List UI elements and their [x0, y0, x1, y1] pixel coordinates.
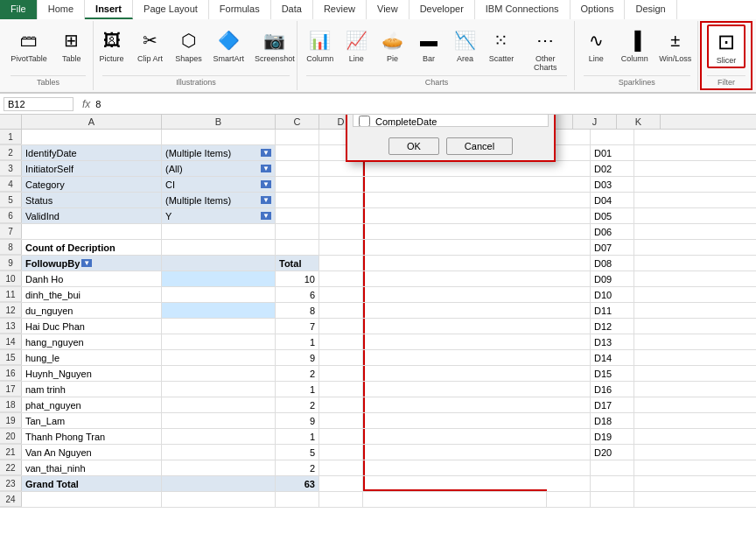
tab-options[interactable]: Options — [570, 0, 626, 19]
cell-e19[interactable] — [363, 413, 547, 428]
cell-a20[interactable]: Thanh Phong Tran — [22, 429, 162, 444]
tab-data[interactable]: Data — [271, 0, 313, 19]
cell-a17[interactable]: nam trinh — [22, 382, 162, 397]
cell-j2[interactable]: D01 — [591, 145, 634, 160]
cell-b22[interactable] — [162, 460, 276, 475]
tab-design[interactable]: Design — [625, 0, 676, 19]
cell-b15[interactable] — [162, 350, 276, 365]
tab-developer[interactable]: Developer — [410, 0, 475, 19]
cell-i9[interactable] — [547, 256, 591, 270]
cell-e11[interactable] — [363, 287, 547, 302]
cell-j11[interactable]: D10 — [591, 287, 634, 302]
cell-d19[interactable] — [319, 413, 363, 428]
cell-d11[interactable] — [319, 287, 363, 302]
cell-a2[interactable]: IdentifyDate — [22, 145, 162, 160]
cell-c20[interactable]: 1 — [276, 429, 319, 444]
cell-i18[interactable] — [547, 397, 591, 412]
cell-c3[interactable] — [276, 161, 319, 176]
cell-e13[interactable] — [363, 319, 547, 334]
cell-a6[interactable]: ValidInd — [22, 208, 162, 223]
cell-j7[interactable]: D06 — [591, 224, 634, 239]
cell-c17[interactable]: 1 — [276, 382, 319, 397]
cell-e6[interactable] — [363, 208, 547, 223]
tab-insert[interactable]: Insert — [85, 0, 133, 19]
cell-a22[interactable]: van_thai_ninh — [22, 460, 162, 475]
cell-i10[interactable] — [547, 271, 591, 286]
cell-b8[interactable] — [162, 240, 276, 255]
cell-e4[interactable] — [363, 177, 547, 192]
cell-d3[interactable] — [319, 161, 363, 176]
cell-i16[interactable] — [547, 366, 591, 381]
cell-b6[interactable]: Y▼ — [162, 208, 276, 223]
cell-e16[interactable] — [363, 366, 547, 381]
cell-d12[interactable] — [319, 303, 363, 318]
cell-i4[interactable] — [547, 177, 591, 192]
cell-c9[interactable]: Total — [276, 256, 319, 270]
tab-ibm[interactable]: IBM Connections — [475, 0, 570, 19]
cell-d17[interactable] — [319, 382, 363, 397]
tab-home[interactable]: Home — [38, 0, 85, 19]
cell-a21[interactable]: Van An Nguyen — [22, 445, 162, 460]
name-box[interactable]: B12 — [4, 97, 74, 111]
cell-j9[interactable]: D08 — [591, 256, 634, 270]
shapes-button[interactable]: ⬡ Shapes — [172, 25, 206, 65]
cell-c1[interactable] — [276, 130, 319, 144]
cell-j21[interactable]: D20 — [591, 445, 634, 460]
cell-i19[interactable] — [547, 413, 591, 428]
tab-file[interactable]: File — [0, 0, 38, 19]
cell-b1[interactable] — [162, 130, 276, 144]
cell-a13[interactable]: Hai Duc Phan — [22, 319, 162, 334]
slicer-item[interactable]: CompleteDate — [354, 115, 548, 127]
col-k-header[interactable]: K — [617, 115, 661, 129]
cell-b13[interactable] — [162, 319, 276, 334]
cell-c11[interactable]: 6 — [276, 287, 319, 302]
screenshot-button[interactable]: 📷 Screenshot — [251, 25, 298, 65]
cell-j1[interactable] — [591, 130, 634, 144]
cell-c2[interactable] — [276, 145, 319, 160]
cell-a19[interactable]: Tan_Lam — [22, 413, 162, 428]
cell-d21[interactable] — [319, 445, 363, 460]
slicer-checkbox[interactable] — [359, 116, 370, 127]
other-charts-button[interactable]: ⋯ Other Charts — [522, 25, 570, 74]
tab-review[interactable]: Review — [313, 0, 367, 19]
cell-j17[interactable]: D16 — [591, 382, 634, 397]
cell-a7[interactable] — [22, 224, 162, 239]
cell-a8[interactable]: Count of Decription — [22, 240, 162, 255]
sparkline-column-button[interactable]: ▐ Column — [617, 25, 652, 65]
pivot-table-button[interactable]: 🗃 PivotTable — [7, 25, 51, 65]
cell-e7[interactable] — [363, 224, 547, 239]
cell-j6[interactable]: D05 — [591, 208, 634, 223]
cell-d24[interactable] — [319, 492, 363, 507]
col-j-header[interactable]: J — [573, 115, 617, 129]
cell-c24[interactable] — [276, 492, 319, 507]
cell-c10[interactable]: 10 — [276, 271, 319, 286]
cell-i21[interactable] — [547, 445, 591, 460]
cell-e24[interactable] — [363, 492, 547, 507]
cell-d18[interactable] — [319, 397, 363, 412]
cell-i13[interactable] — [547, 319, 591, 334]
cell-j24[interactable] — [591, 492, 634, 507]
cell-i7[interactable] — [547, 224, 591, 239]
column-chart-button[interactable]: 📊 Column — [304, 25, 336, 65]
cell-a12[interactable]: du_nguyen — [22, 303, 162, 318]
sparkline-winloss-button[interactable]: ± Win/Loss — [655, 25, 695, 65]
cell-b5[interactable]: (Multiple Items)▼ — [162, 193, 276, 207]
slicer-list[interactable]: RecordID InitiatorSelf Initiator Identif… — [353, 115, 549, 127]
cell-a24[interactable] — [22, 492, 162, 507]
cell-a23[interactable]: Grand Total — [22, 476, 162, 491]
pie-chart-button[interactable]: 🥧 Pie — [376, 25, 409, 65]
cell-c13[interactable]: 7 — [276, 319, 319, 334]
cell-c6[interactable] — [276, 208, 319, 223]
cell-a9[interactable]: FollowupBy ▼ — [22, 256, 162, 270]
cell-d9[interactable] — [319, 256, 363, 270]
cell-b21[interactable] — [162, 445, 276, 460]
cell-a16[interactable]: Huynh_Nguyen — [22, 366, 162, 381]
cell-e12[interactable] — [363, 303, 547, 318]
cell-i3[interactable] — [547, 161, 591, 176]
cell-e15[interactable] — [363, 350, 547, 365]
cell-e9[interactable] — [363, 256, 547, 270]
smartart-button[interactable]: 🔷 SmartArt — [210, 25, 248, 65]
cell-j16[interactable]: D15 — [591, 366, 634, 381]
cell-d10[interactable] — [319, 271, 363, 286]
cell-d13[interactable] — [319, 319, 363, 334]
